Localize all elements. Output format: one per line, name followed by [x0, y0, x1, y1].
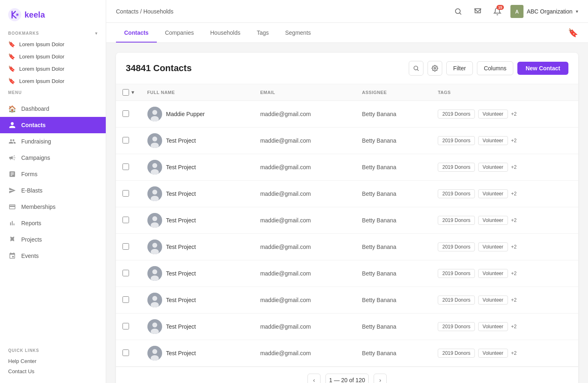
row-email: maddie@gmail.com	[254, 207, 355, 234]
new-contact-button[interactable]: New Contact	[517, 62, 568, 75]
contact-name[interactable]: Test Project	[166, 217, 196, 224]
contact-name[interactable]: Test Project	[166, 323, 196, 330]
sidebar-item-campaigns[interactable]: Campaigns	[0, 150, 106, 166]
row-checkbox-cell	[116, 154, 141, 181]
tag-badge[interactable]: 2019 Donors	[438, 349, 475, 358]
contact-avatar	[147, 160, 162, 175]
contact-name[interactable]: Test Project	[166, 190, 196, 197]
svg-point-32	[152, 296, 157, 301]
table-row[interactable]: Test Project maddie@gmail.com Betty Bana…	[116, 207, 578, 234]
columns-button[interactable]: Columns	[477, 61, 513, 75]
contact-name[interactable]: Test Project	[166, 297, 196, 303]
tab-companies[interactable]: Companies	[157, 23, 202, 43]
tag-badge[interactable]: Volunteer	[478, 110, 508, 119]
row-checkbox[interactable]	[122, 164, 129, 170]
sidebar-item-fundraising[interactable]: Fundraising	[0, 133, 106, 150]
notifications-button[interactable]: 15	[491, 5, 504, 18]
row-checkbox[interactable]	[122, 270, 129, 276]
bookmark-item[interactable]: 🔖 Lorem Ipsum Dolor	[0, 75, 106, 87]
row-checkbox[interactable]	[122, 243, 129, 250]
svg-point-0	[8, 8, 21, 21]
contact-name[interactable]: Test Project	[166, 164, 196, 170]
table-row[interactable]: Maddie Pupper maddie@gmail.com Betty Ban…	[116, 101, 578, 128]
tag-badge[interactable]: 2019 Donors	[438, 242, 475, 251]
settings-button[interactable]	[428, 61, 442, 76]
table-row[interactable]: Test Project maddie@gmail.com Betty Bana…	[116, 287, 578, 314]
contact-name[interactable]: Test Project	[166, 137, 196, 144]
tag-badge[interactable]: Volunteer	[478, 269, 508, 278]
bookmark-item[interactable]: 🔖 Lorem Ipsum Dolor	[0, 50, 106, 63]
sidebar-item-label: Forms	[21, 171, 38, 177]
table-row[interactable]: Test Project maddie@gmail.com Betty Bana…	[116, 181, 578, 207]
messages-button[interactable]	[471, 5, 484, 18]
contact-avatar	[147, 240, 162, 254]
org-dropdown-icon: ▾	[576, 9, 578, 14]
bookmarks-chevron[interactable]: ▾	[95, 31, 98, 36]
select-all-checkbox[interactable]	[122, 89, 129, 96]
tag-badge[interactable]: 2019 Donors	[438, 296, 475, 305]
table-row[interactable]: Test Project maddie@gmail.com Betty Bana…	[116, 154, 578, 181]
tab-tags[interactable]: Tags	[249, 23, 277, 43]
search-button[interactable]	[452, 5, 465, 18]
tag-badge[interactable]: Volunteer	[478, 296, 508, 305]
row-checkbox[interactable]	[122, 110, 129, 117]
table-row[interactable]: Test Project maddie@gmail.com Betty Bana…	[116, 340, 578, 367]
contact-name[interactable]: Maddie Pupper	[166, 111, 205, 117]
tab-segments[interactable]: Segments	[277, 23, 319, 43]
sidebar-item-dashboard[interactable]: 🏠 Dashboard	[0, 101, 106, 117]
org-selector[interactable]: A ABC Organization ▾	[510, 5, 578, 18]
contact-name[interactable]: Test Project	[166, 350, 196, 356]
tag-badge[interactable]: 2019 Donors	[438, 136, 475, 145]
tag-badge[interactable]: Volunteer	[478, 163, 508, 172]
table-row[interactable]: Test Project maddie@gmail.com Betty Bana…	[116, 260, 578, 287]
row-checkbox[interactable]	[122, 349, 129, 356]
bookmark-item[interactable]: 🔖 Lorem Ipsum Dolor	[0, 63, 106, 75]
tag-badge[interactable]: Volunteer	[478, 322, 508, 331]
tag-badge[interactable]: 2019 Donors	[438, 269, 475, 278]
row-checkbox[interactable]	[122, 217, 129, 223]
sidebar-item-events[interactable]: Events	[0, 248, 106, 264]
contact-name[interactable]: Test Project	[166, 244, 196, 250]
contact-name[interactable]: Test Project	[166, 270, 196, 277]
tag-badge[interactable]: Volunteer	[478, 136, 508, 145]
table-row[interactable]: Test Project maddie@gmail.com Betty Bana…	[116, 314, 578, 340]
sidebar-item-forms[interactable]: Forms	[0, 166, 106, 182]
tab-contacts[interactable]: Contacts	[116, 23, 157, 43]
tag-badge[interactable]: Volunteer	[478, 349, 508, 358]
keela-logo[interactable]: keela	[8, 8, 45, 21]
next-page-button[interactable]: ›	[374, 374, 387, 383]
quick-link-contact[interactable]: Contact Us	[8, 366, 98, 376]
row-checkbox[interactable]	[122, 323, 129, 329]
tag-badge[interactable]: 2019 Donors	[438, 216, 475, 225]
sidebar-item-contacts[interactable]: Contacts	[0, 117, 106, 133]
tag-badge[interactable]: Volunteer	[478, 216, 508, 225]
quick-link-help[interactable]: Help Center	[8, 356, 98, 366]
logo-area: keela	[0, 0, 106, 28]
table-row[interactable]: Test Project maddie@gmail.com Betty Bana…	[116, 128, 578, 154]
tag-badge[interactable]: 2019 Donors	[438, 163, 475, 172]
tag-badge[interactable]: 2019 Donors	[438, 189, 475, 198]
filter-button[interactable]: Filter	[446, 61, 473, 75]
row-email: maddie@gmail.com	[254, 287, 355, 314]
row-checkbox[interactable]	[122, 190, 129, 197]
tab-bookmark-icon[interactable]: 🔖	[568, 28, 578, 38]
sidebar-item-eblasts[interactable]: E-Blasts	[0, 182, 106, 199]
row-checkbox[interactable]	[122, 137, 129, 143]
sidebar-item-memberships[interactable]: Memberships	[0, 199, 106, 215]
tag-badge[interactable]: 2019 Donors	[438, 322, 475, 331]
row-assignee: Betty Banana	[356, 128, 432, 154]
row-checkbox[interactable]	[122, 296, 129, 303]
tag-badge[interactable]: Volunteer	[478, 189, 508, 198]
tag-badge[interactable]: Volunteer	[478, 242, 508, 251]
sort-chevron[interactable]: ▾	[131, 90, 134, 95]
tabs-bar: Contacts Companies Households Tags Segme…	[106, 23, 588, 43]
tab-households[interactable]: Households	[202, 23, 249, 43]
tag-badge[interactable]: 2019 Donors	[438, 110, 475, 119]
sidebar-item-reports[interactable]: Reports	[0, 215, 106, 231]
table-row[interactable]: Test Project maddie@gmail.com Betty Bana…	[116, 234, 578, 260]
prev-page-button[interactable]: ‹	[307, 374, 321, 383]
sidebar-item-label: Fundraising	[21, 138, 51, 145]
bookmark-item[interactable]: 🔖 Lorem Ipsum Dolor	[0, 38, 106, 50]
sidebar-item-projects[interactable]: Projects	[0, 231, 106, 248]
search-contacts-button[interactable]	[409, 61, 423, 76]
